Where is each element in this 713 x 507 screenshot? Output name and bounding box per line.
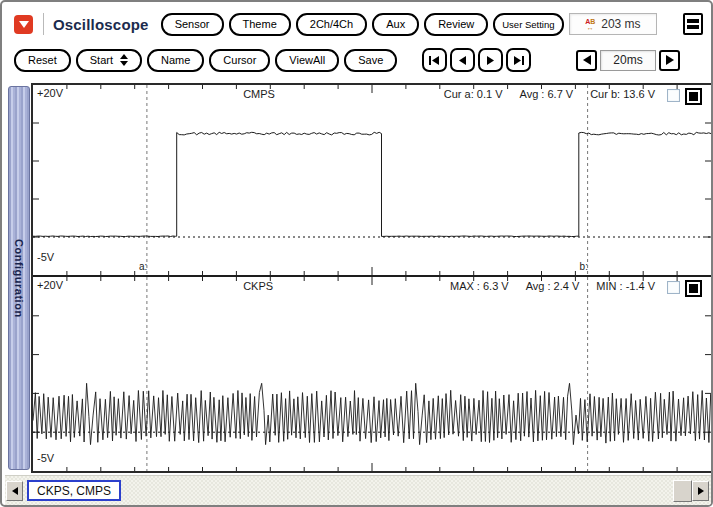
- cursor-time-value: 203 ms: [601, 17, 640, 31]
- right-triangle-icon: [698, 487, 704, 495]
- step-forward-button[interactable]: [478, 48, 503, 72]
- menu-bar-icon: [687, 25, 699, 29]
- step-back-icon: [457, 55, 468, 66]
- ch1-visibility-checkbox[interactable]: [667, 89, 680, 102]
- ch1-color-swatch: [689, 92, 698, 101]
- ch2-min-stat: MIN : -1.4 V: [596, 280, 655, 292]
- ch1-avg-stat: Avg : 6.7 V: [520, 88, 574, 100]
- scroll-right-button[interactable]: [692, 481, 709, 501]
- timebase-increase-button[interactable]: [659, 50, 680, 71]
- list-menu-button[interactable]: [683, 13, 703, 35]
- ckps-waveform-plot[interactable]: [33, 277, 711, 471]
- ch2-top-voltage-label: +20V: [37, 279, 63, 291]
- user-setting-button[interactable]: User Setting: [493, 13, 563, 36]
- waveform-region: +20V CMPS Cur a: 0.1 V Avg : 6.7 V Cur b…: [31, 83, 713, 473]
- bottom-scrollbar: CKPS, CMPS: [5, 475, 711, 505]
- start-button[interactable]: Start: [76, 49, 142, 72]
- ch2-visibility-checkbox[interactable]: [667, 281, 680, 294]
- ch2-name-label: CKPS: [243, 280, 273, 292]
- page-title: Oscilloscope: [53, 16, 149, 33]
- top-toolbar: Oscilloscope Sensor Theme 2Ch/4Ch Aux Re…: [14, 8, 705, 40]
- configuration-tab[interactable]: Configuration: [8, 86, 30, 470]
- right-triangle-icon: [665, 54, 675, 66]
- ch1-bottom-voltage-label: -5V: [37, 251, 54, 263]
- ch1-cur-b-stat: Cur b: 13.6 V: [590, 88, 655, 100]
- ab-cursor-time-icon: AB ↔: [585, 19, 595, 30]
- scrollbar-thumb[interactable]: [673, 480, 692, 502]
- control-toolbar: Reset Start Name Cursor ViewAll Save 20m…: [14, 45, 705, 75]
- ch2-stats: MAX : 6.3 V Avg : 2.4 V MIN : -1.4 V: [450, 280, 655, 292]
- ch2-color-button[interactable]: [685, 280, 702, 297]
- channel-cmps: +20V CMPS Cur a: 0.1 V Avg : 6.7 V Cur b…: [33, 85, 711, 275]
- skip-end-icon: [512, 55, 525, 66]
- timebase-value: 20ms: [600, 50, 656, 71]
- ch2-avg-stat: Avg : 2.4 V: [526, 280, 580, 292]
- sensor-button[interactable]: Sensor: [161, 13, 224, 36]
- aux-button[interactable]: Aux: [372, 13, 419, 36]
- step-back-button[interactable]: [450, 48, 475, 72]
- skip-to-end-button[interactable]: [506, 48, 531, 72]
- configuration-label: Configuration: [13, 239, 25, 318]
- cursor-time-display: AB ↔ 203 ms: [569, 13, 658, 35]
- name-button[interactable]: Name: [147, 49, 204, 72]
- ch1-name-label: CMPS: [243, 88, 275, 100]
- playback-controls: [422, 48, 531, 72]
- app-dropdown-icon[interactable]: [14, 15, 33, 34]
- cursor-b-label: b:: [580, 261, 588, 272]
- scrollbar-track[interactable]: [121, 476, 673, 505]
- ch2-max-stat: MAX : 6.3 V: [450, 280, 509, 292]
- channel-mode-button[interactable]: 2Ch/4Ch: [296, 13, 367, 36]
- skip-to-start-button[interactable]: [422, 48, 447, 72]
- skip-start-icon: [428, 55, 441, 66]
- save-button[interactable]: Save: [344, 49, 397, 72]
- left-triangle-icon: [582, 54, 592, 66]
- left-triangle-icon: [12, 487, 18, 495]
- timebase-decrease-button[interactable]: [576, 50, 597, 71]
- ch1-stats: Cur a: 0.1 V Avg : 6.7 V Cur b: 13.6 V: [444, 88, 655, 100]
- scroll-left-button[interactable]: [6, 481, 23, 501]
- ch1-top-voltage-label: +20V: [37, 87, 63, 99]
- title-divider: [43, 13, 44, 35]
- ch2-bottom-voltage-label: -5V: [37, 452, 54, 464]
- cursor-button[interactable]: Cursor: [209, 49, 270, 72]
- active-channels-badge: CKPS, CMPS: [27, 480, 121, 501]
- review-button[interactable]: Review: [424, 13, 488, 36]
- cursor-a-label: a:: [139, 261, 147, 272]
- down-triangle-icon: [19, 21, 29, 28]
- viewall-button[interactable]: ViewAll: [275, 49, 339, 72]
- step-forward-icon: [485, 55, 496, 66]
- ch1-color-button[interactable]: [685, 88, 702, 105]
- oscilloscope-window: Oscilloscope Sensor Theme 2Ch/4Ch Aux Re…: [0, 0, 713, 507]
- start-label: Start: [90, 54, 113, 66]
- channel-ckps: +20V CKPS MAX : 6.3 V Avg : 2.4 V MIN : …: [33, 277, 711, 471]
- ch2-color-swatch: [689, 284, 698, 293]
- reset-button[interactable]: Reset: [14, 49, 71, 72]
- theme-button[interactable]: Theme: [229, 13, 291, 36]
- cmps-waveform-plot[interactable]: [33, 85, 711, 275]
- spinner-arrows-icon: [120, 54, 128, 66]
- arrows-glyph: ↔: [587, 25, 594, 30]
- timebase-control: 20ms: [576, 50, 680, 71]
- menu-bar-icon: [687, 19, 699, 23]
- ch1-cur-a-stat: Cur a: 0.1 V: [444, 88, 503, 100]
